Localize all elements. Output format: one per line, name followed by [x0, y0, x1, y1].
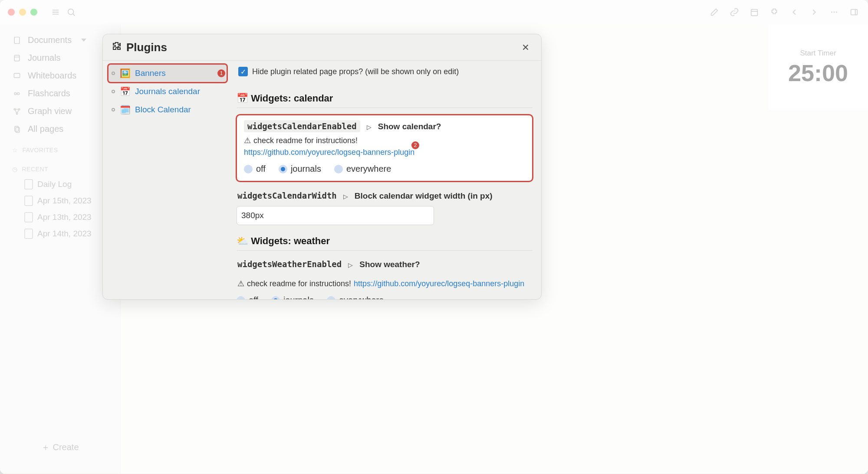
bullet-icon: [112, 108, 115, 111]
radio-off[interactable]: off: [244, 164, 266, 174]
radio-journals[interactable]: journals: [271, 295, 314, 299]
modal-title: Plugins: [126, 41, 167, 54]
plugin-link[interactable]: Banners: [135, 69, 166, 78]
warning-text: check readme for instructions!: [247, 279, 351, 288]
weather-emoji-icon: ⛅: [237, 235, 248, 246]
plugin-settings-pane: ✓ Hide plugin related page props? (will …: [232, 61, 541, 299]
calendar-width-input[interactable]: [237, 206, 434, 225]
journals-calendar-icon: 📅: [119, 86, 131, 97]
triangle-icon: ▷: [348, 262, 353, 268]
setting-title: Show calendar?: [378, 122, 441, 131]
bullet-icon: [112, 90, 115, 93]
banners-icon: 🖼️: [119, 68, 131, 79]
setting-key: widgetsCalendarWidth: [237, 191, 337, 200]
checkbox-label: Hide plugin related page props? (will be…: [252, 67, 459, 76]
weather-enabled-options: off journals everywhere: [237, 295, 533, 299]
plugin-item-banners[interactable]: 🖼️ Banners 1: [108, 64, 227, 82]
plugin-list: 🖼️ Banners 1 📅 Journals calendar 🗓️ Bloc…: [103, 61, 232, 299]
calendar-enabled-block: 2 widgetsCalendarEnabled ▷ Show calendar…: [237, 115, 533, 181]
radio-off[interactable]: off: [237, 295, 258, 299]
puzzle-icon: [112, 41, 122, 54]
modal-header: Plugins: [103, 34, 541, 61]
hide-page-props-row[interactable]: ✓ Hide plugin related page props? (will …: [237, 65, 533, 82]
plugin-link[interactable]: Journals calendar: [135, 87, 200, 96]
plugin-link[interactable]: Block Calendar: [135, 105, 191, 114]
weather-enabled-row: widgetsWeatherEnabled ▷ Show weather?: [237, 258, 533, 275]
readme-link[interactable]: https://github.com/yoyurec/logseq-banner…: [354, 279, 524, 288]
highlight-badge: 2: [411, 141, 419, 149]
warning-row: ⚠ check readme for instructions! https:/…: [244, 136, 525, 157]
calendar-enabled-options: off journals everywhere: [244, 164, 525, 174]
section-title-weather: ⛅ Widgets: weather: [237, 225, 533, 251]
app-window: Documents Journals Whiteboards Flashcard…: [0, 0, 868, 474]
radio-everywhere[interactable]: everywhere: [334, 164, 391, 174]
block-calendar-icon: 🗓️: [119, 104, 131, 115]
warning-icon: ⚠: [237, 279, 244, 288]
checkbox-checked-icon[interactable]: ✓: [238, 67, 248, 76]
radio-everywhere[interactable]: everywhere: [327, 295, 384, 299]
plugin-item-block-calendar[interactable]: 🗓️ Block Calendar: [108, 101, 227, 119]
bullet-icon: [112, 72, 115, 75]
calendar-emoji-icon: 📅: [237, 93, 248, 104]
calendar-width-row: widgetsCalendarWidth ▷ Block calendar wi…: [237, 189, 533, 206]
setting-title: Block calendar widget width (in px): [355, 191, 493, 200]
setting-title: Show weather?: [359, 260, 420, 269]
highlight-badge: 1: [217, 69, 225, 77]
setting-key: widgetsWeatherEnabled: [237, 259, 342, 269]
modal-body: 🖼️ Banners 1 📅 Journals calendar 🗓️ Bloc…: [103, 61, 541, 299]
section-title-calendar: 📅 Widgets: calendar: [237, 82, 533, 108]
plugins-modal: Plugins 🖼️ Banners 1 📅 Journals calendar: [102, 34, 542, 300]
plugin-item-journals-calendar[interactable]: 📅 Journals calendar: [108, 82, 227, 101]
setting-key: widgetsCalendarEnabled: [244, 120, 360, 132]
triangle-icon: ▷: [343, 193, 348, 200]
close-button[interactable]: [519, 40, 533, 54]
warning-text: check readme for instructions!: [253, 136, 358, 145]
readme-link[interactable]: https://github.com/yoyurec/logseq-banner…: [244, 148, 414, 157]
warning-icon: ⚠: [244, 136, 251, 145]
triangle-icon: ▷: [367, 124, 372, 131]
radio-journals[interactable]: journals: [279, 164, 321, 174]
warning-row: ⚠ check readme for instructions! https:/…: [237, 279, 533, 288]
